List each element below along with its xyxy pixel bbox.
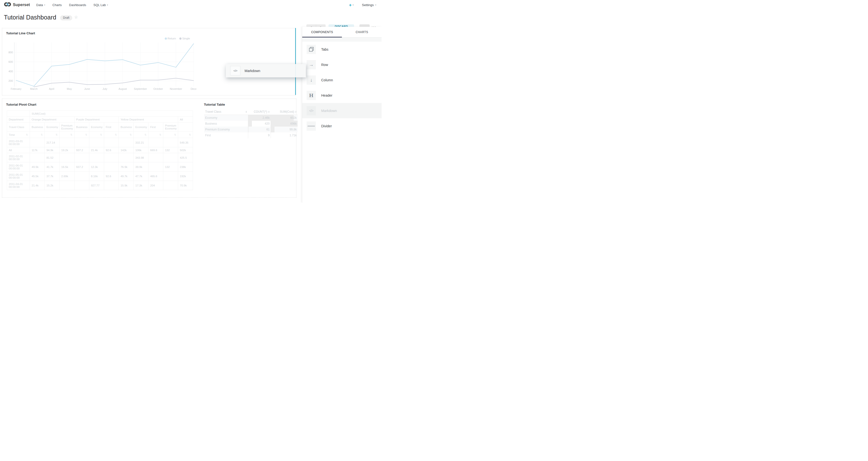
nav-item-data[interactable]: Data▾ [36,3,45,7]
legend-item-return[interactable]: Return [165,37,176,40]
pivot-cell: 2011-02-01 00:00:00 [7,153,30,162]
pivot-cell: All [7,147,30,153]
time-header[interactable]: Time⇅ [9,133,28,136]
pivot-cell [104,138,119,147]
pivot-cell: 76.9k [119,162,133,172]
pivot-cell: 81.52 [44,153,59,162]
superset-dashboard-edit-page: Superset Data▾ChartsDashboardsSQL Lab▾ +… [0,0,381,203]
table-cell: Business [204,121,248,127]
favorite-star-icon[interactable]: ☆ [74,14,78,20]
component-item-row[interactable]: →Row [302,57,381,72]
navbar-right: + ▾ Settings ▾ [349,3,376,7]
sort-icon[interactable]: ⇅ [44,132,59,138]
sort-down-icon [268,112,270,113]
nav-items: Data▾ChartsDashboardsSQL Lab▾ [36,3,108,7]
pivot-cell: Economy [133,123,149,132]
cell-value: First [205,134,211,137]
sort-carets-icon [295,111,297,113]
pivot-cell: 117k [30,147,45,153]
sort-icon[interactable]: ⇅ [133,132,149,138]
table-cell: 602k [271,115,298,121]
settings-menu[interactable]: Settings ▾ [362,3,376,7]
sort-icon[interactable]: ⇅ [89,132,104,138]
pivot-sort-row: Time⇅⇅⇅⇅⇅⇅⇅⇅⇅⇅⇅⇅ [7,132,193,138]
pivot-cell: 132 [163,162,178,172]
pivot-cell: 142k [119,147,133,153]
svg-text:September: September [134,87,147,90]
sort-icon[interactable]: ⇅ [119,132,133,138]
sort-icon[interactable]: ⇅ [163,132,178,138]
pivot-cell: Purple Department [74,117,119,123]
svg-text:May: May [67,87,72,90]
pivot-cell: 19.2k [59,147,74,153]
sort-icon[interactable]: ⇅ [149,132,163,138]
infinity-logo-icon [4,2,11,8]
component-item-markdown[interactable]: </>Markdown [302,103,381,118]
pivot-cell [7,111,30,117]
settings-label: Settings [362,3,374,7]
header-h-glyph: H [309,92,313,99]
component-item-header[interactable]: HHeader [302,88,381,103]
legend-dot [165,37,167,40]
dashboard-header: Tutorial Dashboard Draft ☆ ↶ ↷ DISCARD C… [0,10,381,27]
cell-value: 9 [268,134,270,137]
chart-title: Tutorial Table [204,103,225,106]
nav-item-charts[interactable]: Charts [53,3,62,7]
cell-value: 2.46k [262,116,270,120]
nav-item-dashboards[interactable]: Dashboards [69,3,86,7]
new-item-button[interactable]: + ▾ [349,3,353,7]
component-item-column[interactable]: ↓Column [302,72,381,88]
time-label: Time [9,133,15,136]
dashboard-row-2: Tutorial Pivot Chart SUM(Cost)Department… [2,99,297,197]
sort-icon[interactable]: ⇅ [178,132,193,138]
pivot-cell [149,153,163,162]
pivot-cell: 39.9k [133,162,149,172]
sort-up-icon [246,111,247,112]
table-cell: 9 [248,132,271,138]
pivot-cell: First [149,123,163,132]
chevron-down-icon: ▾ [375,4,376,6]
pivot-cell: Business [30,123,45,132]
pivot-cell: Travel Class [7,123,30,132]
dashboard-row-1: Tutorial Line Chart ReturnSingle 2004006… [2,28,296,95]
builder-sidepanel: COMPONENTS CHARTS Tabs→Row↓ColumnHHeader… [302,27,381,203]
arrow-right-glyph: → [309,62,314,67]
column-header-label: SUM(Cost) [280,110,294,114]
column-header-sum-cost-[interactable]: SUM(Cost) [271,109,298,115]
pivot-cell: 465.6 [149,172,163,181]
pivot-cell: 2.69k [59,172,74,181]
tab-components[interactable]: COMPONENTS [302,27,342,37]
tab-charts[interactable]: CHARTS [342,27,382,37]
pivot-cell: 41.7k [44,162,59,172]
svg-text:800: 800 [8,51,13,54]
nav-item-sql-lab[interactable]: SQL Lab▾ [93,3,108,7]
column-header-count-[interactable]: COUNT(*) [248,109,271,115]
pivot-cell [163,153,178,162]
component-item-tabs[interactable]: Tabs [302,42,381,57]
chevron-down-icon: ▾ [44,4,45,6]
pivot-cell [163,181,178,190]
cell-value: 99.8k [289,128,297,131]
column-header-travel-class[interactable]: Travel Class [204,109,248,115]
pivot-data-row: 2011-04-01 00:00:0021.4k15.2k927.7715.9k… [7,181,193,190]
pivot-cell: 37.7k [44,172,59,181]
pivot-cell: 937.2 [74,162,89,172]
pivot-cell: 21.4k [89,147,104,153]
header-icon: H [307,91,316,100]
pivot-cell [59,181,74,190]
sort-icon[interactable]: ⇅ [74,132,89,138]
sort-icon[interactable]: ⇅ [30,132,45,138]
arrow-down-icon: ↓ [307,75,316,85]
pivot-cell: Orange Department [30,117,74,123]
component-item-divider[interactable]: Divider [302,118,381,134]
superset-logo[interactable]: Superset [4,2,30,8]
cell-bar [248,127,248,132]
legend-item-single[interactable]: Single [179,37,190,40]
table-cell: 1.71k [271,132,298,138]
pivot-cell [59,153,74,162]
sort-icon[interactable]: ⇅ [59,132,74,138]
sort-icon[interactable]: ⇅ [104,132,119,138]
page-title[interactable]: Tutorial Dashboard [4,14,56,21]
pivot-cell: 15.2k [44,181,59,190]
cell-value: Business [205,122,217,125]
